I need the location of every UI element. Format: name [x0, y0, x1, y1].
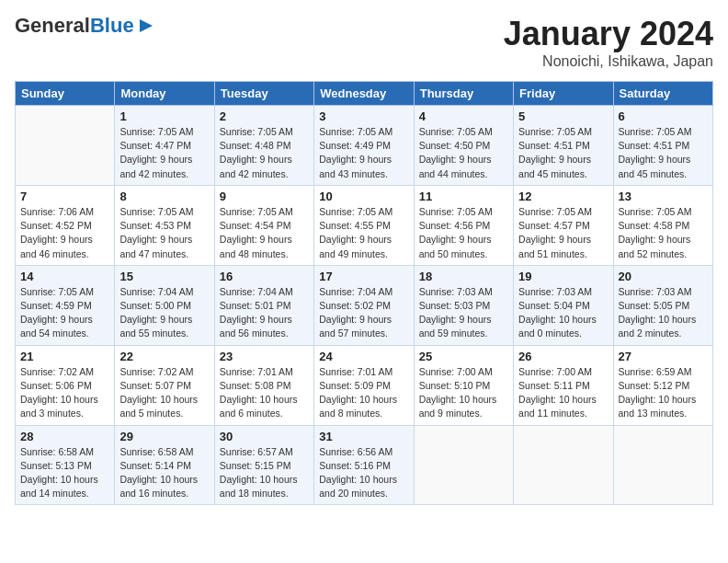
- day-number: 28: [20, 430, 109, 443]
- day-info: Sunrise: 7:05 AM Sunset: 4:47 PM Dayligh…: [119, 125, 209, 181]
- day-number: 20: [619, 270, 708, 283]
- day-info: Sunrise: 6:59 AM Sunset: 5:12 PM Dayligh…: [619, 365, 708, 421]
- day-info: Sunrise: 7:01 AM Sunset: 5:08 PM Dayligh…: [220, 365, 309, 421]
- day-number: 18: [419, 270, 508, 283]
- calendar-week-4: 21Sunrise: 7:02 AM Sunset: 5:06 PM Dayli…: [16, 345, 713, 425]
- calendar-cell: 13Sunrise: 7:05 AM Sunset: 4:58 PM Dayli…: [613, 185, 712, 265]
- day-info: Sunrise: 7:02 AM Sunset: 5:07 PM Dayligh…: [119, 365, 209, 421]
- calendar-cell: 29Sunrise: 6:58 AM Sunset: 5:14 PM Dayli…: [115, 425, 214, 505]
- day-number: 22: [119, 350, 209, 363]
- day-number: 17: [319, 270, 408, 283]
- page-header: GeneralBlue January 2024 Nonoichi, Ishik…: [15, 15, 713, 70]
- header-wednesday: Wednesday: [314, 82, 414, 106]
- day-info: Sunrise: 7:03 AM Sunset: 5:03 PM Dayligh…: [419, 285, 508, 341]
- calendar-cell: 9Sunrise: 7:05 AM Sunset: 4:54 PM Daylig…: [214, 185, 313, 265]
- calendar-cell: 6Sunrise: 7:05 AM Sunset: 4:51 PM Daylig…: [613, 106, 712, 186]
- calendar-week-3: 14Sunrise: 7:05 AM Sunset: 4:59 PM Dayli…: [16, 265, 713, 345]
- calendar-week-5: 28Sunrise: 6:58 AM Sunset: 5:13 PM Dayli…: [16, 425, 713, 505]
- day-number: 8: [119, 190, 209, 203]
- day-info: Sunrise: 7:01 AM Sunset: 5:09 PM Dayligh…: [319, 365, 408, 421]
- logo-text: GeneralBlue: [15, 15, 134, 37]
- calendar-cell: 23Sunrise: 7:01 AM Sunset: 5:08 PM Dayli…: [214, 345, 313, 425]
- day-number: 11: [419, 190, 508, 203]
- day-info: Sunrise: 7:04 AM Sunset: 5:02 PM Dayligh…: [319, 285, 408, 341]
- header-sunday: Sunday: [16, 82, 115, 106]
- calendar-table: SundayMondayTuesdayWednesdayThursdayFrid…: [15, 81, 713, 505]
- day-info: Sunrise: 6:58 AM Sunset: 5:14 PM Dayligh…: [119, 445, 209, 501]
- calendar-cell: 22Sunrise: 7:02 AM Sunset: 5:07 PM Dayli…: [115, 345, 214, 425]
- header-thursday: Thursday: [414, 82, 513, 106]
- calendar-cell: 25Sunrise: 7:00 AM Sunset: 5:10 PM Dayli…: [414, 345, 513, 425]
- day-number: 24: [319, 350, 408, 363]
- day-number: 4: [419, 109, 508, 123]
- day-info: Sunrise: 7:05 AM Sunset: 4:48 PM Dayligh…: [220, 125, 309, 181]
- day-info: Sunrise: 7:02 AM Sunset: 5:06 PM Dayligh…: [20, 365, 109, 421]
- day-number: 21: [20, 350, 109, 363]
- calendar-cell: 26Sunrise: 7:00 AM Sunset: 5:11 PM Dayli…: [514, 345, 613, 425]
- day-info: Sunrise: 7:06 AM Sunset: 4:52 PM Dayligh…: [20, 205, 109, 261]
- calendar-cell: 1Sunrise: 7:05 AM Sunset: 4:47 PM Daylig…: [115, 106, 214, 186]
- calendar-cell: 11Sunrise: 7:05 AM Sunset: 4:56 PM Dayli…: [414, 185, 513, 265]
- calendar-cell: [414, 425, 513, 505]
- day-info: Sunrise: 7:05 AM Sunset: 4:49 PM Dayligh…: [319, 125, 408, 181]
- day-number: 10: [319, 190, 408, 203]
- day-info: Sunrise: 7:03 AM Sunset: 5:05 PM Dayligh…: [619, 285, 708, 341]
- day-info: Sunrise: 7:05 AM Sunset: 4:54 PM Dayligh…: [220, 205, 309, 261]
- calendar-cell: 14Sunrise: 7:05 AM Sunset: 4:59 PM Dayli…: [16, 265, 115, 345]
- day-info: Sunrise: 7:05 AM Sunset: 4:58 PM Dayligh…: [619, 205, 708, 261]
- day-info: Sunrise: 7:05 AM Sunset: 4:59 PM Dayligh…: [20, 285, 109, 341]
- calendar-cell: 27Sunrise: 6:59 AM Sunset: 5:12 PM Dayli…: [613, 345, 712, 425]
- day-number: 9: [220, 190, 309, 203]
- day-number: 7: [20, 190, 109, 203]
- day-info: Sunrise: 7:05 AM Sunset: 4:50 PM Dayligh…: [419, 125, 508, 181]
- day-info: Sunrise: 7:00 AM Sunset: 5:10 PM Dayligh…: [419, 365, 508, 421]
- day-number: 3: [319, 109, 408, 123]
- day-number: 23: [220, 350, 309, 363]
- day-number: 15: [119, 270, 209, 283]
- day-info: Sunrise: 7:05 AM Sunset: 4:51 PM Dayligh…: [619, 125, 708, 181]
- header-saturday: Saturday: [613, 82, 712, 106]
- day-number: 12: [518, 190, 608, 203]
- day-number: 19: [518, 270, 608, 283]
- day-info: Sunrise: 6:58 AM Sunset: 5:13 PM Dayligh…: [20, 445, 109, 501]
- calendar-cell: [514, 425, 613, 505]
- day-info: Sunrise: 7:05 AM Sunset: 4:56 PM Dayligh…: [419, 205, 508, 261]
- day-info: Sunrise: 7:03 AM Sunset: 5:04 PM Dayligh…: [518, 285, 608, 341]
- calendar-cell: 18Sunrise: 7:03 AM Sunset: 5:03 PM Dayli…: [414, 265, 513, 345]
- calendar-cell: 17Sunrise: 7:04 AM Sunset: 5:02 PM Dayli…: [314, 265, 414, 345]
- logo-blue: Blue: [90, 14, 134, 37]
- logo: GeneralBlue: [15, 15, 156, 37]
- calendar-cell: 2Sunrise: 7:05 AM Sunset: 4:48 PM Daylig…: [214, 106, 313, 186]
- calendar-cell: 8Sunrise: 7:05 AM Sunset: 4:53 PM Daylig…: [115, 185, 214, 265]
- header-monday: Monday: [115, 82, 214, 106]
- day-number: 6: [619, 109, 708, 123]
- calendar-cell: 24Sunrise: 7:01 AM Sunset: 5:09 PM Dayli…: [314, 345, 414, 425]
- title-block: January 2024 Nonoichi, Ishikawa, Japan: [504, 15, 713, 70]
- day-number: 16: [220, 270, 309, 283]
- svg-marker-0: [140, 19, 153, 32]
- day-info: Sunrise: 7:05 AM Sunset: 4:57 PM Dayligh…: [518, 205, 608, 261]
- calendar-cell: 4Sunrise: 7:05 AM Sunset: 4:50 PM Daylig…: [414, 106, 513, 186]
- calendar-header-row: SundayMondayTuesdayWednesdayThursdayFrid…: [16, 82, 713, 106]
- day-number: 1: [119, 109, 209, 123]
- calendar-cell: 12Sunrise: 7:05 AM Sunset: 4:57 PM Dayli…: [514, 185, 613, 265]
- day-number: 5: [518, 109, 608, 123]
- calendar-cell: 20Sunrise: 7:03 AM Sunset: 5:05 PM Dayli…: [613, 265, 712, 345]
- day-info: Sunrise: 7:04 AM Sunset: 5:00 PM Dayligh…: [119, 285, 209, 341]
- calendar-cell: 30Sunrise: 6:57 AM Sunset: 5:15 PM Dayli…: [214, 425, 313, 505]
- calendar-cell: [16, 106, 115, 186]
- calendar-cell: 5Sunrise: 7:05 AM Sunset: 4:51 PM Daylig…: [514, 106, 613, 186]
- calendar-cell: 7Sunrise: 7:06 AM Sunset: 4:52 PM Daylig…: [16, 185, 115, 265]
- day-number: 26: [518, 350, 608, 363]
- day-number: 30: [220, 430, 309, 443]
- day-info: Sunrise: 7:04 AM Sunset: 5:01 PM Dayligh…: [220, 285, 309, 341]
- day-number: 29: [119, 430, 209, 443]
- day-number: 14: [20, 270, 109, 283]
- calendar-cell: 10Sunrise: 7:05 AM Sunset: 4:55 PM Dayli…: [314, 185, 414, 265]
- logo-arrow-icon: [136, 16, 156, 36]
- day-number: 13: [619, 190, 708, 203]
- day-number: 27: [619, 350, 708, 363]
- calendar-cell: 3Sunrise: 7:05 AM Sunset: 4:49 PM Daylig…: [314, 106, 414, 186]
- calendar-cell: 15Sunrise: 7:04 AM Sunset: 5:00 PM Dayli…: [115, 265, 214, 345]
- calendar-cell: 31Sunrise: 6:56 AM Sunset: 5:16 PM Dayli…: [314, 425, 414, 505]
